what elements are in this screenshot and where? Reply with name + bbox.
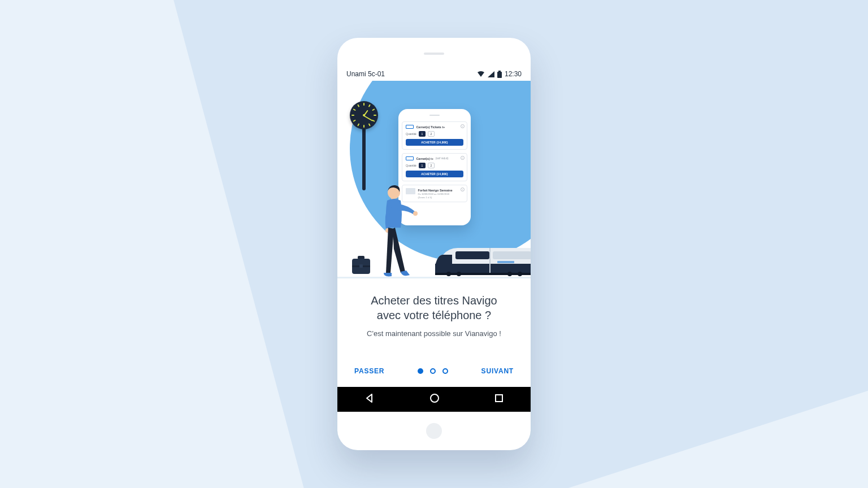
page-dot-3[interactable] [442, 368, 448, 374]
onboarding-subline: C'est maintenant possible sur Vianavigo … [349, 329, 519, 338]
qty-option-2: 2 [428, 131, 435, 137]
onboarding-nav: PASSER SUIVANT [337, 355, 531, 387]
svg-point-4 [413, 211, 418, 216]
svg-point-19 [518, 272, 522, 276]
home-icon[interactable] [429, 393, 440, 406]
qty-label: Quantité [406, 132, 416, 136]
headline-line2: avec votre téléphone ? [377, 309, 491, 321]
svg-rect-1 [497, 72, 502, 78]
onboarding-content: Acheter des titres Navigo avec votre tél… [337, 278, 531, 355]
buy-button: ACHETER (14,90€) [406, 139, 463, 146]
svg-point-16 [446, 272, 451, 276]
svg-rect-11 [455, 251, 489, 259]
svg-rect-12 [493, 251, 531, 259]
svg-rect-14 [497, 261, 514, 263]
clock-time: 12:30 [505, 70, 522, 78]
cell-signal-icon [488, 71, 494, 77]
next-button[interactable]: SUIVANT [481, 367, 514, 375]
ticket-dates: Du 10/09/2018 au 16/09/2018 [418, 193, 452, 195]
station-clock-icon [350, 101, 378, 129]
page-dots [418, 368, 448, 374]
svg-point-18 [507, 272, 512, 276]
svg-point-17 [457, 272, 461, 276]
android-navbar [337, 387, 531, 412]
svg-rect-13 [489, 248, 491, 273]
back-icon[interactable] [364, 393, 375, 406]
phone-speaker [424, 53, 444, 55]
train-icon [435, 245, 531, 278]
status-bar: Unami 5c-01 12:30 [337, 67, 531, 81]
ground-line [337, 277, 531, 278]
phone-mockup: Unami 5c-01 12:30 [337, 38, 531, 450]
ticket-title: Carnet(s) Tickets t+ [416, 125, 445, 129]
ticket-zones: (Zones 1 à 5) [418, 196, 452, 199]
qty-option-1: 1 [419, 131, 426, 137]
clock-pole [362, 128, 366, 190]
briefcase-icon [351, 256, 371, 277]
svg-rect-21 [496, 395, 502, 402]
qty-option-2: 2 [428, 163, 435, 168]
qty-label: Quantité [406, 164, 416, 167]
wifi-icon [477, 71, 485, 77]
ticket-card-1: i Carnet(s) Tickets t+ Quantité 1 2 ACHE… [402, 121, 467, 150]
ticket-title: Carnet(s) t+ [416, 157, 433, 160]
ticket-card-2: i Carnet(s) t+ (tarif réduit) Quantité 1… [402, 153, 467, 181]
qty-option-1: 1 [419, 163, 426, 168]
ticket-chip-icon [406, 125, 414, 129]
skip-button[interactable]: PASSER [354, 367, 384, 375]
ticket-subtitle: (tarif réduit) [436, 157, 449, 160]
inner-phone-notch [429, 115, 440, 116]
buy-button: ACHETER (14,90€) [406, 171, 463, 177]
ticket-title: Forfait Navigo Semaine [418, 189, 452, 192]
page-dot-1[interactable] [418, 368, 423, 374]
onboarding-headline: Acheter des titres Navigo avec votre tél… [349, 293, 519, 323]
svg-rect-0 [498, 71, 501, 72]
headline-line1: Acheter des titres Navigo [371, 294, 497, 307]
page-dot-2[interactable] [430, 368, 436, 374]
svg-rect-9 [359, 264, 363, 268]
device-label: Unami 5c-01 [346, 70, 385, 78]
info-icon: i [461, 124, 465, 128]
onboarding-illustration: i Carnet(s) Tickets t+ Quantité 1 2 ACHE… [337, 81, 531, 278]
recents-icon[interactable] [494, 394, 504, 405]
svg-point-20 [431, 394, 439, 402]
battery-icon [497, 71, 502, 78]
person-illustration [378, 182, 418, 278]
info-icon: i [461, 188, 465, 191]
info-icon: i [461, 156, 465, 160]
ticket-chip-icon [406, 156, 414, 160]
phone-home-button [426, 423, 442, 439]
